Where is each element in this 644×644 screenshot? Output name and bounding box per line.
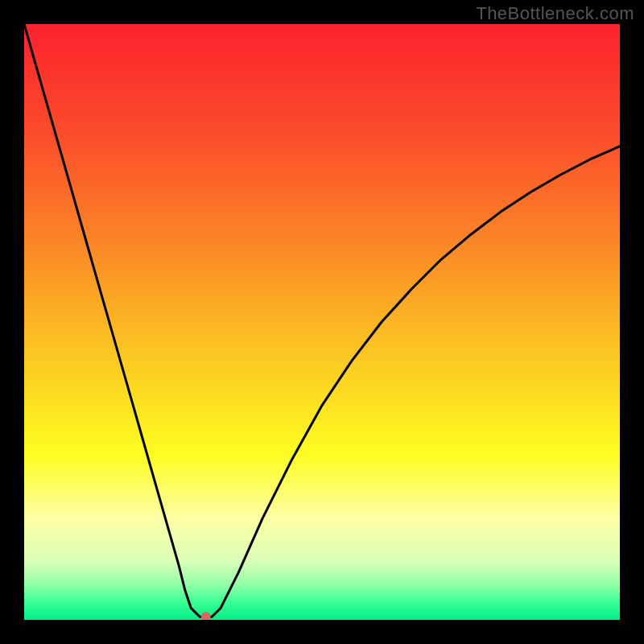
- bottleneck-chart: [24, 24, 620, 620]
- watermark-text: TheBottleneck.com: [476, 3, 634, 24]
- plot-area: [24, 24, 620, 620]
- gradient-background: [24, 24, 620, 620]
- chart-frame: TheBottleneck.com: [0, 0, 644, 644]
